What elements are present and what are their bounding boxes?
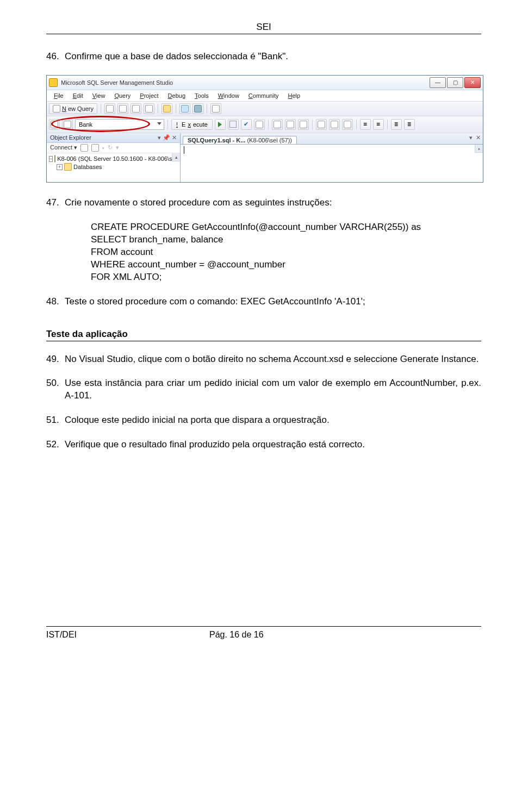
pin-icon[interactable]: 📌 — [163, 134, 170, 141]
menu-window[interactable]: Window — [214, 91, 243, 100]
item-text: Use esta instância para criar um pedido … — [65, 377, 481, 402]
separator — [268, 120, 269, 129]
code-block: CREATE PROCEDURE GetAccountInfo(@account… — [91, 221, 481, 284]
footer-page: Pág. 16 de 16 — [209, 630, 481, 640]
chevron-down-icon[interactable]: ▾ — [469, 134, 473, 141]
toolbar-icon[interactable] — [298, 119, 309, 130]
separator — [167, 120, 168, 129]
page-icon — [318, 121, 325, 128]
document-tab[interactable]: SQLQuery1.sql - K... (K8-006\sei (57)) — [183, 136, 297, 144]
open-button[interactable] — [161, 103, 172, 114]
separator — [207, 104, 207, 114]
page-icon — [344, 121, 351, 128]
item-text: Confirme que a base de dados seleccionad… — [65, 51, 481, 63]
toolbar-icon[interactable] — [91, 144, 99, 152]
titlebar: Microsoft SQL Server Management Studio —… — [47, 76, 483, 90]
tree-label: K8-006 (SQL Server 10.50.1600 - K8-006\s… — [57, 155, 177, 162]
item-number: 52. — [46, 439, 65, 451]
close-icon[interactable]: ✕ — [476, 134, 481, 141]
toolbar-icon[interactable] — [104, 103, 115, 114]
panel-title: Object Explorer ▾ 📌 ✕ — [47, 133, 180, 143]
comment-button[interactable]: ≣ — [391, 119, 402, 130]
scroll-up-icon[interactable]: ▴ — [172, 153, 180, 161]
save-all-button[interactable] — [192, 103, 203, 114]
toolbar-icon[interactable] — [49, 119, 60, 130]
indent-button[interactable]: ≡ — [360, 119, 371, 130]
maximize-button[interactable]: ▢ — [447, 77, 463, 88]
menu-view[interactable]: View — [89, 91, 109, 100]
page-icon — [300, 121, 307, 128]
folder-icon — [64, 163, 72, 171]
minimize-button[interactable]: — — [430, 77, 446, 88]
debug-button[interactable] — [215, 119, 226, 130]
new-query-button[interactable]: New Query — [49, 103, 97, 114]
parse-button[interactable]: ✔ — [241, 119, 252, 130]
toolbar-icon[interactable] — [285, 119, 296, 130]
disk-icon — [181, 105, 189, 113]
page-icon — [132, 105, 140, 113]
editor-pane: SQLQuery1.sql - K... (K8-006\sei (57)) ▾… — [181, 133, 483, 182]
refresh-icon[interactable]: ↻ — [108, 144, 113, 151]
toolbar-icon[interactable] — [254, 119, 265, 130]
sql-toolbar: Bank ! Execute ✔ ≡ ≡ ≣ ≣ — [47, 116, 483, 133]
folder-icon — [163, 105, 171, 113]
sql-editor[interactable]: ▴ — [181, 145, 483, 182]
collapse-icon[interactable]: − — [49, 156, 53, 162]
menu-file[interactable]: File — [50, 91, 67, 100]
toolbar-icon[interactable] — [117, 103, 128, 114]
list-item: 47. Crie novamente o stored procedure co… — [46, 197, 481, 209]
menubar: File Edit View Query Project Debug Tools… — [47, 90, 483, 102]
toolbar-icon[interactable] — [62, 119, 73, 130]
toolbar-icon[interactable] — [316, 119, 327, 130]
database-combo[interactable]: Bank — [75, 119, 164, 130]
chevron-down-icon — [157, 122, 161, 125]
menu-project[interactable]: Project — [136, 91, 162, 100]
close-button[interactable]: ✕ — [464, 77, 481, 88]
pin-icon[interactable]: ▾ — [158, 134, 161, 141]
filter-icon[interactable]: ▾ — [116, 144, 119, 151]
item-number: 48. — [46, 296, 65, 308]
stop-button[interactable] — [228, 119, 239, 130]
code-line: SELECT branch_name, balance — [91, 234, 481, 246]
toolbar-icon[interactable] — [272, 119, 283, 130]
toolbar-icon: ▪ — [102, 145, 104, 151]
toolbar-icon[interactable] — [80, 144, 88, 152]
item-text: No Visual Studio, clique com o botão dir… — [65, 353, 481, 366]
tree-server[interactable]: − K8-006 (SQL Server 10.50.1600 - K8-006… — [49, 155, 179, 163]
expand-icon[interactable]: + — [57, 164, 63, 170]
code-line: WHERE account_number = @account_number — [91, 259, 481, 271]
item-text: Coloque este pedido inicial na porta que… — [65, 414, 481, 427]
list-item: 51. Coloque este pedido inicial na porta… — [46, 414, 481, 427]
footer-left: IST/DEI — [46, 630, 209, 640]
scroll-up-icon[interactable]: ▴ — [475, 145, 483, 153]
menu-query[interactable]: Query — [110, 91, 134, 100]
tree-databases[interactable]: + Databases — [49, 163, 179, 171]
server-icon — [54, 155, 55, 163]
menu-community[interactable]: Community — [245, 91, 283, 100]
close-icon[interactable]: ✕ — [172, 134, 177, 141]
execute-button[interactable]: ! Execute — [171, 119, 213, 130]
list-item: 52. Verifique que o resultado final prod… — [46, 439, 481, 451]
toolbar-icon[interactable] — [144, 103, 154, 114]
toolbar-icon[interactable] — [342, 119, 353, 130]
save-button[interactable] — [179, 103, 190, 114]
item-number: 46. — [46, 51, 65, 63]
tree: ▴ − K8-006 (SQL Server 10.50.1600 - K8-0… — [47, 153, 180, 171]
connect-label: Connect ▾ — [50, 144, 77, 151]
page-icon — [119, 105, 127, 113]
uncomment-button[interactable]: ≣ — [404, 119, 415, 130]
menu-help[interactable]: Help — [284, 91, 304, 100]
toolbar-icon[interactable] — [210, 103, 221, 114]
outdent-button[interactable]: ≡ — [373, 119, 384, 130]
menu-edit[interactable]: Edit — [69, 91, 87, 100]
toolbar-icon[interactable] — [130, 103, 141, 114]
page-icon — [212, 105, 220, 113]
menu-debug[interactable]: Debug — [164, 91, 189, 100]
tab-file: SQLQuery1.sql - K... — [188, 137, 245, 143]
stop-icon — [229, 121, 237, 128]
menu-tools[interactable]: Tools — [191, 91, 213, 100]
separator — [356, 120, 357, 129]
page-icon — [274, 121, 281, 128]
connect-bar: Connect ▾ ▪ ↻ ▾ — [47, 143, 180, 153]
toolbar-icon[interactable] — [329, 119, 340, 130]
